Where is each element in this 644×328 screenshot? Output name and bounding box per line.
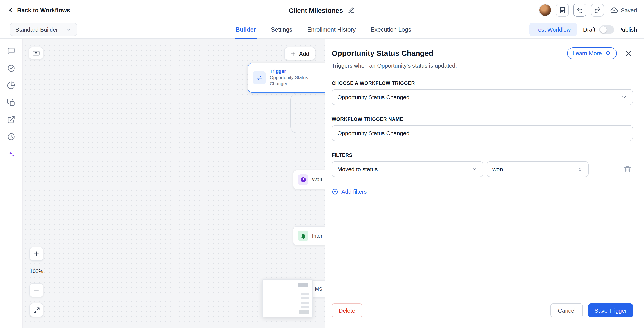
minimap-node-bar [301,297,309,300]
notes-button[interactable] [556,3,569,17]
chevron-down-icon [66,26,72,32]
top-bar-right: Saved [355,3,637,17]
chevron-down-icon [471,166,478,172]
trigger-name-input[interactable] [332,125,633,141]
comments-icon[interactable] [7,46,16,55]
keyboard-icon [32,49,40,57]
minimap-node-bar [301,306,309,308]
cloud-check-icon [610,6,618,14]
chevron-left-icon [7,6,14,13]
partial-node-label: MS [315,286,322,292]
builder-mode-select[interactable]: Standard Builder [10,23,77,36]
pencil-icon [348,7,354,13]
add-filters-label: Add filters [341,188,367,195]
zoom-level: 100% [30,268,44,275]
publish-toggle[interactable] [600,25,614,33]
tab-bar: Builder Settings Enrollment History Exec… [234,20,412,39]
panel-description: Triggers when an Opportunity's status is… [332,62,633,69]
goals-check-icon[interactable] [7,64,16,72]
learn-more-label: Learn More [572,50,602,57]
publish-control: Draft Publish [583,25,637,33]
keyboard-shortcuts-button[interactable] [28,47,44,59]
workflow-trigger-select[interactable]: Opportunity Status Changed [332,89,633,105]
wait-node-label: Wait [312,177,322,183]
delete-trigger-button[interactable]: Delete [332,304,362,318]
fit-view-button[interactable] [30,303,44,317]
tab-settings[interactable]: Settings [270,20,293,39]
tab-builder[interactable]: Builder [234,20,257,39]
filter-value-select[interactable]: won [487,161,589,177]
history-clock-icon[interactable] [7,132,16,141]
document-list-icon [558,6,566,14]
workflow-trigger-select-value: Opportunity Status Changed [338,94,410,100]
filter-field-select[interactable]: Moved to status [332,161,483,177]
trigger-section-label: CHOOSE A WORKFLOW TRIGGER [332,80,633,86]
minus-icon [34,287,40,293]
minimap-node-bar [301,293,309,295]
ai-sparkles-icon[interactable] [7,149,16,158]
plus-icon [290,51,296,56]
internal-notification-node[interactable]: Inter [293,226,325,246]
stats-pie-icon[interactable] [7,81,16,90]
save-status: Saved [610,6,637,14]
external-link-icon[interactable] [7,115,16,124]
zoom-out-button[interactable] [30,283,44,297]
clock-icon [298,174,308,185]
panel-header: Opportunity Status Changed Learn More [332,47,633,59]
top-bar-left: Back to Workflows [7,6,289,13]
canvas-minimap[interactable] [262,279,313,318]
circle-plus-icon [332,188,338,195]
builder-mode-value: Standard Builder [16,26,58,33]
redo-icon [594,6,601,13]
user-avatar[interactable] [539,4,551,16]
save-trigger-button[interactable]: Save Trigger [588,304,633,318]
top-bar: Back to Workflows Client Milestones [0,0,644,20]
close-panel-button[interactable] [624,49,633,58]
workflow-canvas[interactable]: Add Trigger Opportunity Status Changed [23,39,325,328]
toolbar-right: Test Workflow Draft Publish [412,23,637,36]
filters-label: FILTERS [332,152,633,158]
lightbulb-icon [605,50,611,56]
close-icon [625,50,632,57]
edit-title-button[interactable] [347,6,355,14]
trigger-node[interactable]: Trigger Opportunity Status Changed [248,63,325,93]
copy-document-icon[interactable] [7,98,16,107]
minimap-node-block [298,283,308,287]
trigger-name-label: WORKFLOW TRIGGER NAME [332,116,633,122]
add-label: Add [299,50,309,57]
swap-arrows-icon [252,71,266,84]
trigger-settings-panel: Opportunity Status Changed Learn More Tr… [325,39,644,328]
trigger-node-badge: Trigger [270,69,314,74]
redo-button[interactable] [591,3,604,17]
back-label: Back to Workflows [17,7,70,13]
add-filters-button[interactable]: Add filters [332,188,367,195]
undo-icon [576,6,584,13]
undo-button[interactable] [573,3,586,17]
internal-notification-label: Inter [312,233,322,239]
app-window: Back to Workflows Client Milestones [0,0,644,328]
trash-icon [624,165,631,173]
publish-label: Publish [618,26,637,33]
minimap-node-bar [301,302,309,304]
minimap-node-bar [299,310,309,314]
branch-connector-outline [290,93,325,133]
draft-label: Draft [583,26,595,33]
bell-icon [298,231,308,241]
remove-filter-button[interactable] [622,164,633,175]
panel-footer: Delete Cancel Save Trigger [332,304,633,318]
cancel-button[interactable]: Cancel [550,304,583,318]
workflow-title: Client Milestones [289,6,343,14]
filter-row: Moved to status won [332,161,633,177]
zoom-in-button[interactable] [30,247,44,261]
tab-enrollment-history[interactable]: Enrollment History [306,20,357,39]
wait-node[interactable]: Wait [293,170,325,189]
chevron-down-icon [621,94,627,100]
learn-more-button[interactable]: Learn More [567,47,617,59]
trigger-node-title: Opportunity Status Changed [270,75,314,87]
filter-value: won [492,166,503,172]
add-node-button[interactable]: Add [284,47,316,60]
panel-title: Opportunity Status Changed [332,49,567,58]
tab-execution-logs[interactable]: Execution Logs [370,20,412,39]
back-to-workflows-button[interactable]: Back to Workflows [7,6,70,13]
test-workflow-button[interactable]: Test Workflow [529,23,577,36]
